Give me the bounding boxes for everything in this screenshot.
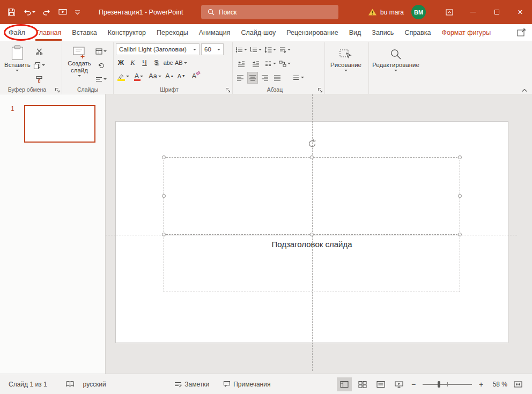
language-indicator[interactable]: русский — [81, 380, 108, 389]
zoom-slider-thumb[interactable] — [438, 381, 440, 388]
search-box[interactable]: Поиск — [201, 5, 338, 19]
change-case-button[interactable]: Аа — [147, 70, 162, 82]
zoom-percentage[interactable]: 58 % — [488, 381, 507, 388]
resize-handle[interactable] — [458, 155, 462, 159]
account-alert[interactable]: bu mara — [368, 8, 404, 16]
drawing-button[interactable]: Рисование — [327, 43, 365, 73]
new-slide-dropdown-icon — [78, 75, 81, 77]
ribbon-display-options-button[interactable] — [438, 0, 461, 24]
share-icon[interactable] — [517, 28, 527, 37]
save-button[interactable] — [8, 8, 16, 16]
minimize-button[interactable] — [461, 0, 485, 24]
align-left-button[interactable] — [235, 71, 246, 84]
underline-button[interactable]: Ч — [139, 57, 150, 69]
decrease-indent-button[interactable] — [235, 57, 248, 70]
bullets-dropdown-icon — [244, 49, 247, 50]
rotate-handle[interactable] — [307, 139, 317, 148]
slide-thumbnail[interactable] — [24, 105, 95, 143]
italic-button[interactable]: К — [128, 57, 138, 69]
spellcheck-button[interactable] — [63, 380, 77, 389]
columns-button[interactable] — [264, 57, 277, 70]
close-button[interactable]: × — [508, 0, 532, 24]
slide-sorter-view-button[interactable] — [355, 377, 370, 391]
normal-view-button[interactable] — [337, 377, 352, 391]
align-text-button[interactable] — [292, 71, 305, 84]
convert-to-smartart-button[interactable] — [278, 57, 291, 70]
window-title: Презентация1 - PowerPoint — [99, 9, 183, 16]
copy-button[interactable] — [33, 59, 46, 71]
text-highlight-button[interactable] — [116, 70, 130, 82]
tab-home[interactable]: Главная — [31, 24, 67, 41]
editing-label: Редактирование — [372, 62, 419, 69]
align-right-button[interactable] — [260, 71, 270, 84]
resize-handle[interactable] — [458, 194, 462, 198]
slide-number-indicator[interactable]: Слайд 1 из 1 — [6, 380, 49, 389]
customize-qat-button[interactable] — [75, 10, 80, 15]
copy-icon — [33, 62, 41, 69]
new-slide-button[interactable]: Создать слайд — [64, 43, 94, 78]
increase-indent-button[interactable] — [249, 57, 262, 70]
redo-button[interactable] — [43, 9, 51, 16]
cut-button[interactable] — [33, 45, 46, 57]
title-placeholder[interactable] — [164, 157, 460, 235]
character-spacing-button[interactable]: АВ — [175, 57, 187, 69]
comments-button[interactable]: Примечания — [221, 380, 272, 389]
section-button[interactable] — [94, 73, 107, 85]
line-spacing-icon — [264, 47, 272, 53]
start-from-beginning-button[interactable] — [58, 9, 67, 16]
avatar[interactable]: BM — [411, 5, 426, 19]
clear-formatting-button[interactable]: А — [188, 70, 201, 82]
bold-button[interactable]: Ж — [116, 57, 126, 69]
subtitle-placeholder[interactable]: Подзаголовок слайда — [164, 235, 460, 292]
tab-shape-format[interactable]: Формат фигуры — [436, 24, 496, 41]
tab-design[interactable]: Конструктор — [102, 24, 151, 41]
text-direction-button[interactable] — [278, 43, 291, 56]
reset-slide-button[interactable] — [94, 59, 107, 71]
notes-button[interactable]: Заметки — [172, 380, 211, 389]
shrink-font-button[interactable]: А ▾ — [176, 70, 186, 82]
tab-record[interactable]: Запись — [366, 24, 399, 41]
bullets-button[interactable] — [235, 43, 248, 56]
undo-button[interactable] — [23, 9, 35, 16]
collapse-ribbon-button[interactable] — [521, 88, 528, 92]
format-painter-button[interactable] — [33, 73, 46, 85]
tab-view[interactable]: Вид — [344, 24, 367, 41]
tab-slideshow[interactable]: Слайд-шоу — [235, 24, 281, 41]
strikethrough-button[interactable]: abc — [163, 57, 173, 69]
slideshow-view-button[interactable] — [391, 377, 407, 391]
tab-insert[interactable]: Вставка — [66, 24, 102, 41]
zoom-in-button[interactable]: + — [477, 380, 485, 389]
reading-view-button[interactable] — [373, 377, 388, 391]
paste-button[interactable]: Вставить — [2, 43, 33, 73]
clipboard-dialog-launcher[interactable] — [54, 87, 60, 93]
editing-button[interactable]: Редактирование — [371, 43, 420, 73]
text-shadow-button[interactable]: S — [151, 57, 161, 69]
grow-font-button[interactable]: А ▴ — [164, 70, 174, 82]
align-center-button[interactable] — [247, 72, 258, 84]
font-size-select[interactable]: 60 — [201, 43, 224, 55]
zoom-slider[interactable] — [423, 384, 472, 385]
justify-button[interactable] — [272, 71, 283, 84]
fit-slide-to-window-button[interactable] — [511, 377, 526, 391]
tab-file[interactable]: Файл — [3, 24, 31, 41]
columns-icon — [264, 61, 272, 67]
resize-handle[interactable] — [162, 194, 166, 198]
slide-canvas[interactable]: Подзаголовок слайда — [106, 94, 532, 374]
numbering-button[interactable] — [249, 43, 262, 56]
resize-handle[interactable] — [310, 155, 314, 159]
paragraph-dialog-launcher[interactable] — [317, 87, 323, 93]
tab-review[interactable]: Рецензирование — [281, 24, 344, 41]
line-spacing-button[interactable] — [264, 43, 277, 56]
maximize-button[interactable] — [485, 0, 508, 24]
layout-button[interactable] — [94, 45, 107, 57]
resize-handle[interactable] — [162, 155, 166, 159]
font-family-select[interactable]: Calibri Light (Заголовки) — [116, 43, 200, 55]
tab-transitions[interactable]: Переходы — [151, 24, 194, 41]
zoom-out-button[interactable]: − — [410, 380, 417, 389]
font-family-dropdown-icon — [193, 49, 196, 50]
font-color-button[interactable]: А — [132, 70, 146, 82]
font-dialog-launcher[interactable] — [225, 87, 231, 93]
tab-animations[interactable]: Анимация — [194, 24, 236, 41]
paragraph-group: Абзац — [233, 42, 325, 94]
tab-help[interactable]: Справка — [399, 24, 436, 41]
